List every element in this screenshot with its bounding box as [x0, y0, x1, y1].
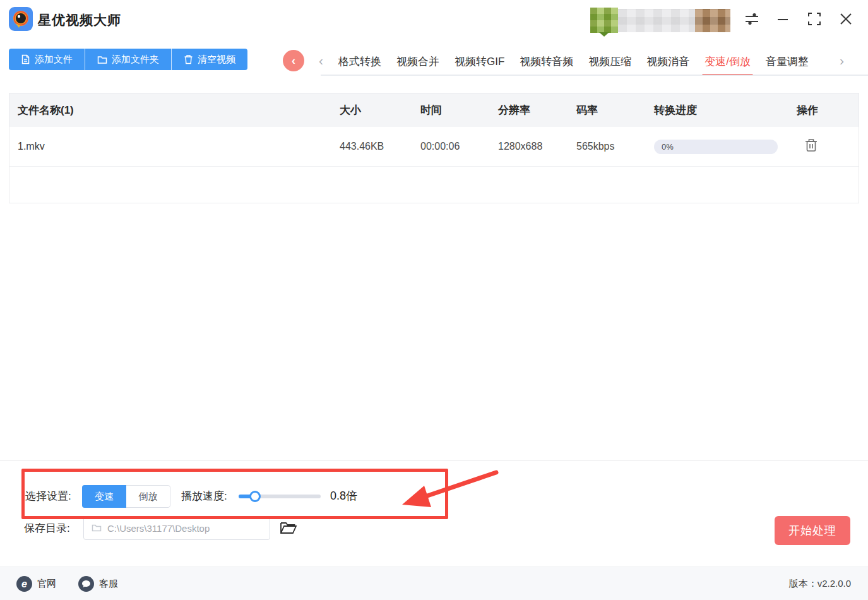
- clear-videos-label: 清空视频: [198, 54, 235, 66]
- annotation-arrow: [379, 464, 518, 521]
- user-badge-censored: [695, 9, 730, 32]
- official-website-label: 官网: [37, 578, 56, 590]
- col-header-actions: 操作: [797, 103, 850, 117]
- mode-toggle: 变速 倒放: [82, 485, 170, 508]
- playback-speed-label: 播放速度:: [181, 489, 227, 503]
- browser-e-icon: e: [16, 576, 32, 592]
- user-name-censored: [618, 9, 695, 32]
- table-row: 1.mkv 443.46KB 00:00:06 1280x688 565kbps…: [9, 127, 859, 167]
- col-header-resolution: 分辨率: [498, 103, 576, 117]
- tabs-scroll-left-icon[interactable]: ‹: [319, 53, 323, 68]
- tabs-scroll-right-icon[interactable]: ›: [840, 53, 844, 68]
- cell-size: 443.46KB: [340, 141, 420, 152]
- user-avatar: [590, 8, 618, 33]
- add-folder-button[interactable]: 添加文件夹: [85, 49, 171, 70]
- minimize-button[interactable]: [774, 10, 792, 28]
- progress-bar: 0%: [654, 140, 778, 154]
- user-account-area[interactable]: [590, 6, 730, 33]
- add-file-label: 添加文件: [35, 54, 73, 66]
- official-website-link[interactable]: e 官网: [16, 576, 56, 592]
- trash-icon: [184, 54, 193, 64]
- folder-icon: [97, 55, 107, 64]
- tab-video-to-gif[interactable]: 视频转GIF: [447, 51, 512, 76]
- choose-settings-label: 选择设置:: [25, 489, 71, 503]
- tab-format-convert[interactable]: 格式转换: [331, 51, 389, 76]
- customer-service-link[interactable]: 客服: [78, 576, 118, 592]
- tab-video-compress[interactable]: 视频压缩: [581, 51, 639, 76]
- file-icon: [21, 54, 30, 64]
- feature-tabs: 格式转换 视频合并 视频转GIF 视频转音频 视频压缩 视频消音 变速/倒放 音…: [331, 51, 816, 76]
- tab-volume-adjust[interactable]: 音量调整: [758, 51, 816, 76]
- titlebar: 星优视频大师: [0, 0, 868, 38]
- col-header-duration: 时间: [420, 103, 498, 117]
- col-header-progress: 转换进度: [654, 103, 797, 117]
- add-file-button[interactable]: 添加文件: [9, 49, 85, 70]
- cell-filename: 1.mkv: [18, 141, 340, 152]
- speed-value: 0.8倍: [330, 488, 357, 503]
- start-processing-button[interactable]: 开始处理: [775, 516, 850, 545]
- mode-option-reverse[interactable]: 倒放: [126, 485, 170, 508]
- chat-bubble-icon: [78, 576, 94, 592]
- file-toolbar: 添加文件 添加文件夹 清空视频: [9, 49, 247, 70]
- tabs-back-circle-button[interactable]: ‹: [283, 50, 304, 71]
- footer: e 官网 客服 版本：v2.2.0.0: [0, 567, 868, 600]
- cell-bitrate: 565kbps: [576, 141, 654, 152]
- save-path-text: C:\Users\31177\Desktop: [107, 523, 210, 534]
- close-button[interactable]: [837, 10, 855, 28]
- version-text: 版本：v2.2.0.0: [789, 578, 851, 590]
- tab-speed-reverse[interactable]: 变速/倒放: [697, 51, 758, 76]
- file-table: 文件名称(1) 大小 时间 分辨率 码率 转换进度 操作 1.mkv 443.4…: [9, 93, 859, 203]
- table-header-row: 文件名称(1) 大小 时间 分辨率 码率 转换进度 操作: [9, 93, 859, 127]
- app-title: 星优视频大师: [38, 11, 121, 29]
- col-header-bitrate: 码率: [576, 103, 654, 117]
- col-header-filename: 文件名称(1): [18, 103, 340, 117]
- tab-video-to-audio[interactable]: 视频转音频: [512, 51, 581, 76]
- cell-duration: 00:00:06: [420, 141, 498, 152]
- mode-option-speed[interactable]: 变速: [82, 485, 126, 508]
- customer-service-label: 客服: [99, 578, 118, 590]
- tab-video-mute[interactable]: 视频消音: [639, 51, 697, 76]
- playback-speed-slider[interactable]: [239, 491, 321, 502]
- save-path-input[interactable]: C:\Users\31177\Desktop: [83, 516, 270, 540]
- tabs-underline: [321, 75, 868, 76]
- save-dir-label: 保存目录:: [24, 521, 70, 536]
- clear-videos-button[interactable]: 清空视频: [171, 49, 247, 70]
- maximize-button[interactable]: [806, 10, 823, 28]
- settings-sliders-icon[interactable]: [743, 10, 761, 28]
- cell-resolution: 1280x688: [498, 141, 576, 152]
- col-header-size: 大小: [340, 103, 420, 117]
- small-folder-icon: [92, 524, 102, 532]
- panel-divider: [0, 460, 868, 461]
- add-folder-label: 添加文件夹: [112, 54, 159, 66]
- browse-folder-icon[interactable]: [280, 519, 297, 536]
- slider-thumb[interactable]: [249, 491, 261, 502]
- tab-video-merge[interactable]: 视频合并: [389, 51, 447, 76]
- delete-row-trash-icon[interactable]: [804, 138, 818, 153]
- app-logo-icon: [9, 7, 33, 31]
